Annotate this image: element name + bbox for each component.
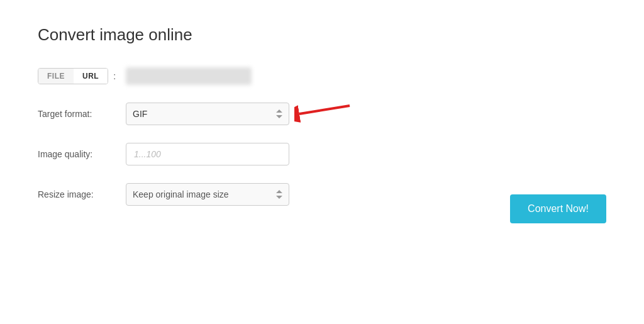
resize-image-label: Resize image: [38,189,126,199]
resize-image-select[interactable]: Keep original image size Custom size 640… [126,183,289,206]
tab-group: FILE URL [38,68,108,84]
form-section: FILE URL : Target format: GIF JPEG PNG B… [38,67,606,206]
red-arrow-icon [294,103,351,125]
colon-separator: : [113,71,116,81]
file-tab[interactable]: FILE [38,69,74,84]
image-quality-input[interactable] [126,143,289,165]
page-container: Convert image online FILE URL : Target f… [0,0,644,249]
convert-button-container: Convert Now! [510,194,606,223]
url-input-blurred [126,67,252,85]
svg-line-1 [299,106,350,114]
page-title: Convert image online [38,25,606,45]
target-format-label: Target format: [38,109,126,119]
image-quality-row: Image quality: [38,143,606,165]
convert-now-button[interactable]: Convert Now! [510,194,606,223]
target-format-select[interactable]: GIF JPEG PNG BMP TIFF WEBP [126,103,289,125]
format-select-wrapper: GIF JPEG PNG BMP TIFF WEBP [126,103,289,125]
url-tab[interactable]: URL [74,69,108,84]
image-quality-label: Image quality: [38,149,126,159]
target-format-row: Target format: GIF JPEG PNG BMP TIFF WEB… [38,103,606,125]
file-url-row: FILE URL : [38,67,606,85]
